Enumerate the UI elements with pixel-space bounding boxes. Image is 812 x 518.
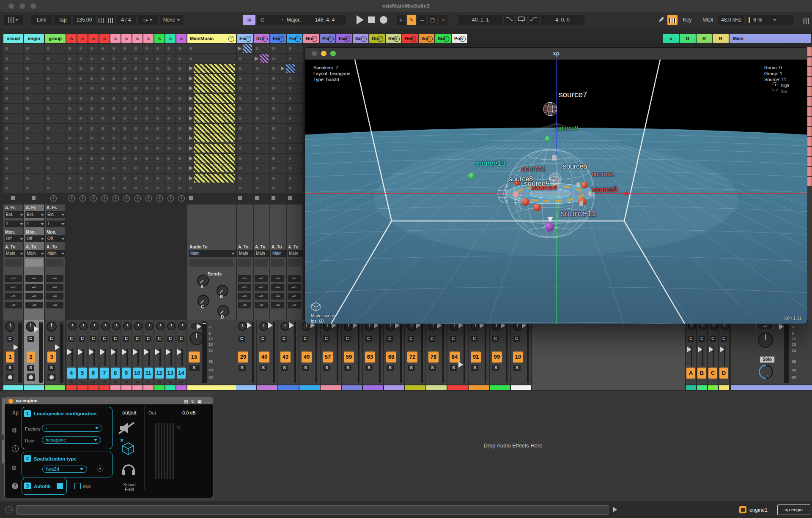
send-amount[interactable]: -∞ <box>46 275 63 282</box>
send-amount[interactable]: -∞ <box>25 302 43 308</box>
session-clip[interactable] <box>260 54 269 63</box>
clip-slot[interactable] <box>154 174 165 183</box>
source-label-source1[interactable]: source1 <box>521 165 546 173</box>
clip-slot[interactable] <box>287 144 302 153</box>
scene-launch-button[interactable] <box>807 67 812 76</box>
arm-button[interactable] <box>136 381 139 383</box>
track-number-button[interactable]: 91 <box>471 352 481 363</box>
clip-slot[interactable] <box>154 144 165 153</box>
send-amount[interactable]: -∞ <box>255 284 268 291</box>
clip-slot[interactable] <box>132 104 143 113</box>
clip-slot[interactable] <box>154 114 165 123</box>
pan-knob[interactable] <box>178 322 187 330</box>
clip-slot[interactable] <box>132 124 143 133</box>
clip-slot[interactable] <box>110 114 121 123</box>
send-amount[interactable]: -∞ <box>25 293 43 300</box>
clip-slot[interactable] <box>132 134 143 143</box>
track-number-button[interactable]: 13 <box>166 368 175 379</box>
midi-map-button[interactable]: MIDI <box>700 15 716 25</box>
clip-slot[interactable] <box>45 84 66 93</box>
track-header-s-8[interactable]: s <box>121 34 132 43</box>
clip-slot[interactable] <box>254 164 269 173</box>
clip-slot[interactable] <box>3 164 23 173</box>
clip-slot[interactable] <box>66 174 77 183</box>
solo-button[interactable]: S <box>450 365 457 371</box>
clip-play-icon[interactable] <box>281 66 284 71</box>
clip-slot[interactable] <box>165 74 176 83</box>
clip-slot[interactable] <box>237 64 253 73</box>
clip-slot[interactable] <box>270 94 286 103</box>
stop-all-clips-button[interactable]: ▾ <box>178 195 185 202</box>
clip-stop-button[interactable] <box>272 196 275 200</box>
clip-slot[interactable] <box>88 54 99 63</box>
clip-slot[interactable] <box>121 114 132 123</box>
status-play-icon[interactable] <box>613 507 617 512</box>
clip-slot[interactable] <box>3 94 23 103</box>
source-label-source10[interactable]: source10 <box>476 159 505 168</box>
tempo-field[interactable]: 135.00 <box>73 15 96 25</box>
clip-slot[interactable] <box>176 94 187 103</box>
stop-all-clips-button[interactable]: ▾ <box>167 195 174 202</box>
solo-button[interactable]: S <box>387 365 394 371</box>
clip-slot[interactable] <box>77 144 88 153</box>
clip-slot[interactable] <box>99 94 110 103</box>
arm-button[interactable] <box>70 381 73 383</box>
arm-button[interactable] <box>147 381 150 383</box>
clip-slot[interactable] <box>88 174 99 183</box>
track-menu-icon[interactable]: ≡ <box>377 36 383 42</box>
clip-slot[interactable] <box>237 134 253 143</box>
clip-slot[interactable] <box>3 124 23 133</box>
clip-slot[interactable] <box>143 174 154 183</box>
clip-slot[interactable] <box>88 154 99 163</box>
track-menu-icon[interactable]: ≡ <box>460 36 466 42</box>
fader-handle[interactable] <box>111 349 116 355</box>
track-header-mainmusic-14[interactable]: MainMusic≡ <box>187 34 236 43</box>
clip-slot[interactable] <box>132 64 143 73</box>
send-amount[interactable]: -∞ <box>25 284 43 291</box>
track-menu-icon[interactable]: ≡ <box>410 36 416 42</box>
tap-button[interactable]: Tap <box>54 15 71 25</box>
volume-fader[interactable] <box>527 322 529 383</box>
spat-config-icon[interactable] <box>96 465 104 472</box>
clip-slot[interactable] <box>143 124 154 133</box>
scene-launch-button[interactable] <box>807 117 812 126</box>
send-amount[interactable]: -∞ <box>238 284 251 291</box>
volume-fader[interactable] <box>421 322 423 383</box>
clip-slot[interactable] <box>66 144 77 153</box>
track-header-group-2[interactable]: group <box>45 34 66 43</box>
crossfade-assign-button[interactable]: C <box>302 336 308 342</box>
track-menu-icon[interactable]: ≡ <box>427 36 433 42</box>
track-menu-icon[interactable]: ≡ <box>311 36 317 42</box>
clip-slot[interactable] <box>237 104 253 113</box>
draw-mode-icon[interactable]: ▢ <box>428 15 437 25</box>
track-menu-icon[interactable]: ≡ <box>394 36 400 42</box>
fader-handle[interactable] <box>155 349 160 355</box>
clip-slot[interactable] <box>176 134 187 143</box>
clip-slot[interactable] <box>154 124 165 133</box>
return-track-button[interactable]: B <box>697 368 706 379</box>
clip-slot[interactable] <box>99 144 110 153</box>
clip-slot[interactable] <box>165 104 176 113</box>
track-header-dro-16[interactable]: Dro≡ <box>254 34 269 43</box>
clip-slot[interactable] <box>66 64 77 73</box>
clip-slot[interactable] <box>3 114 23 123</box>
clip-play-icon[interactable] <box>189 136 192 140</box>
clip-slot[interactable] <box>24 114 44 123</box>
track-header-em-15[interactable]: Em≡ <box>237 34 253 43</box>
clip-slot[interactable] <box>143 54 154 63</box>
stop-all-clips-button[interactable]: ▾ <box>145 195 152 202</box>
clip-slot[interactable] <box>24 74 44 83</box>
source-label-source7[interactable]: source7 <box>559 90 587 99</box>
clip-slot[interactable] <box>132 84 143 93</box>
track-menu-icon[interactable]: ≡ <box>228 36 234 42</box>
clip-slot[interactable] <box>287 134 302 143</box>
clip-slot[interactable] <box>77 54 88 63</box>
clip-slot[interactable] <box>270 114 286 123</box>
clip-slot[interactable] <box>88 124 99 133</box>
audio-to-dropdown[interactable]: Main <box>288 250 303 257</box>
clip-slot[interactable] <box>254 64 269 73</box>
factory-dropdown[interactable]: - <box>42 425 102 432</box>
send-amount[interactable]: -∞ <box>5 293 22 300</box>
crossfade-assign-button[interactable]: C <box>699 336 705 342</box>
clip-slot[interactable] <box>45 114 66 123</box>
